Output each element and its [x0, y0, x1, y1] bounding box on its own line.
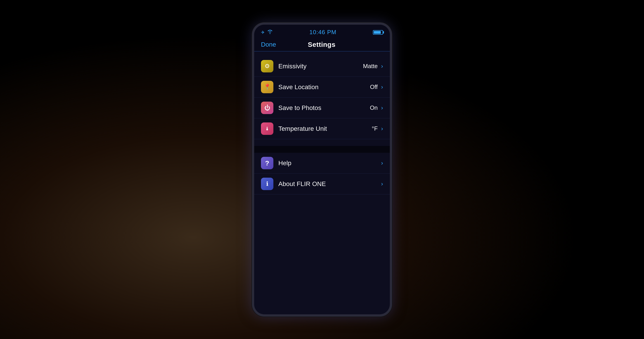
- status-left-icons: ✈: [261, 30, 273, 35]
- settings-content: ⚙ Emissivity Matte › 📍 Save Location Off: [254, 51, 390, 314]
- temperature-unit-icon: 🌡: [261, 122, 274, 135]
- wifi-icon: [267, 30, 273, 35]
- settings-row-emissivity[interactable]: ⚙ Emissivity Matte ›: [254, 56, 390, 77]
- save-location-chevron: ›: [381, 84, 383, 91]
- save-to-photos-icon: ⏻: [261, 102, 274, 114]
- save-location-icon: 📍: [261, 81, 274, 93]
- temperature-unit-label: Temperature Unit: [278, 125, 372, 132]
- emissivity-icon: ⚙: [261, 60, 274, 72]
- save-location-right: Off ›: [370, 84, 383, 91]
- temperature-unit-right: °F ›: [372, 125, 383, 132]
- group-divider: [254, 146, 390, 153]
- status-bar: ✈ 10:46 PM: [254, 25, 390, 38]
- settings-row-temperature-unit[interactable]: 🌡 Temperature Unit °F ›: [254, 118, 390, 139]
- battery-icon: [373, 30, 383, 35]
- phone-shell: ✈ 10:46 PM Done Settings: [252, 23, 392, 316]
- about-chevron: ›: [381, 180, 383, 187]
- settings-row-save-to-photos[interactable]: ⏻ Save to Photos On ›: [254, 98, 390, 118]
- temperature-unit-chevron: ›: [381, 125, 383, 132]
- emissivity-label: Emissivity: [278, 63, 363, 70]
- about-icon: ℹ: [261, 178, 274, 190]
- help-icon: ?: [261, 157, 274, 169]
- done-button[interactable]: Done: [261, 41, 276, 48]
- settings-group-main: ⚙ Emissivity Matte › 📍 Save Location Off: [254, 56, 390, 139]
- emissivity-right: Matte ›: [363, 63, 383, 70]
- save-to-photos-label: Save to Photos: [278, 104, 370, 112]
- nav-bar: Done Settings: [254, 38, 390, 51]
- nav-title: Settings: [308, 41, 335, 49]
- phone-screen: ✈ 10:46 PM Done Settings: [254, 25, 390, 314]
- settings-row-about[interactable]: ℹ About FLIR ONE ›: [254, 174, 390, 194]
- temperature-unit-value: °F: [372, 125, 378, 132]
- settings-group-support: ? Help › ℹ About FLIR ONE ›: [254, 153, 390, 194]
- emissivity-value: Matte: [363, 63, 378, 70]
- about-label: About FLIR ONE: [278, 180, 381, 188]
- save-location-value: Off: [370, 84, 378, 91]
- save-to-photos-value: On: [370, 104, 378, 111]
- help-label: Help: [278, 160, 381, 167]
- help-right: ›: [381, 160, 383, 167]
- settings-row-save-location[interactable]: 📍 Save Location Off ›: [254, 77, 390, 98]
- status-right: [373, 30, 383, 35]
- emissivity-chevron: ›: [381, 63, 383, 70]
- about-right: ›: [381, 180, 383, 187]
- battery-fill: [374, 31, 381, 34]
- save-to-photos-right: On ›: [370, 104, 383, 111]
- save-to-photos-chevron: ›: [381, 104, 383, 111]
- settings-row-help[interactable]: ? Help ›: [254, 153, 390, 174]
- status-time: 10:46 PM: [309, 29, 336, 36]
- airplane-icon: ✈: [261, 30, 265, 35]
- help-chevron: ›: [381, 160, 383, 167]
- save-location-label: Save Location: [278, 84, 370, 91]
